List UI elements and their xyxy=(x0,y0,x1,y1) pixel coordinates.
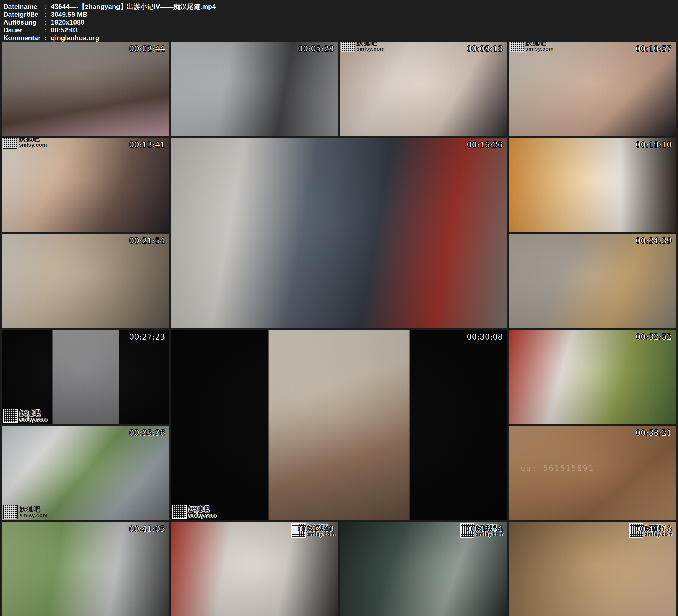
video-thumbnail: 妖狐吧smlsy.com00:08:13 xyxy=(340,42,507,136)
watermark-site-text: 妖狐吧smlsy.com xyxy=(356,42,385,52)
timestamp-overlay: 00:24:39 xyxy=(636,236,672,245)
metadata-line-duration: Dauer : 00:52:03 xyxy=(3,26,678,34)
thumbnail-grid: 00:02:4400:05:28妖狐吧smlsy.com00:08:13妖狐吧s… xyxy=(0,42,678,616)
watermark-site-url: smlsy.com xyxy=(19,417,47,422)
video-thumbnail: 00:32:52 xyxy=(509,330,676,424)
video-thumbnail: 妖狐吧smlsy.com00:49:18 xyxy=(509,522,676,616)
qr-code-icon xyxy=(173,505,186,518)
separator: : xyxy=(45,34,51,42)
timestamp-overlay: 00:35:36 xyxy=(129,429,165,437)
timestamp-overlay: 00:38:21 xyxy=(636,429,672,437)
watermark-site-url: smlsy.com xyxy=(188,513,217,518)
video-thumbnail: 妖狐吧smlsy.com00:30:08 xyxy=(171,330,507,520)
watermark-site-name: 妖狐吧 xyxy=(188,505,217,513)
watermark-site-text: 妖狐吧smlsy.com xyxy=(19,505,47,518)
video-thumbnail: 00:02:44 xyxy=(2,42,169,136)
video-thumbnail: 妖狐吧smlsy.com00:10:57 xyxy=(509,42,676,136)
timestamp-overlay: 00:05:28 xyxy=(298,44,334,53)
watermark-site-text: 妖狐吧smlsy.com xyxy=(19,138,47,148)
video-thumbnail: 00:05:28 xyxy=(171,42,338,136)
comment-label: Kommentar xyxy=(3,34,45,42)
video-thumbnail: 00:16:26 xyxy=(171,138,507,328)
watermark-site-name: 妖狐吧 xyxy=(19,409,47,417)
thumbnail-image-area xyxy=(52,330,119,424)
site-watermark: 妖狐吧smlsy.com xyxy=(341,42,385,52)
timestamp-overlay: 00:27:23 xyxy=(129,333,165,341)
timestamp-overlay: 00:46:34 xyxy=(467,525,503,533)
qr-code-icon xyxy=(341,42,354,52)
video-thumbnail: 妖狐吧smlsy.com00:46:34 xyxy=(340,522,507,616)
comment-value: qinglanhua.org xyxy=(51,34,99,42)
timestamp-overlay: 00:08:13 xyxy=(467,44,503,53)
watermark-site-text: 妖狐吧smlsy.com xyxy=(188,505,217,518)
site-watermark: 妖狐吧smlsy.com xyxy=(173,505,217,518)
video-thumbnail: 00:41:05 xyxy=(2,522,169,616)
thumbnail-image-area xyxy=(268,330,410,520)
video-thumbnail: 妖狐吧smlsy.com00:43:49 xyxy=(171,522,338,616)
timestamp-overlay: 00:02:44 xyxy=(129,44,165,53)
video-thumbnail: 00:24:39 xyxy=(509,234,676,328)
filename-label: Dateiname xyxy=(3,3,45,11)
timestamp-overlay: 00:43:49 xyxy=(298,525,334,533)
video-thumbnail: 妖狐吧smlsy.com00:13:41 xyxy=(2,138,169,232)
watermark-site-text: 妖狐吧smlsy.com xyxy=(525,42,554,52)
timestamp-overlay: 00:19:10 xyxy=(636,141,672,149)
separator: : xyxy=(45,26,51,34)
metadata-line-filesize: Dateigröße : 3049.59 MB xyxy=(3,11,678,18)
timestamp-overlay: 00:49:18 xyxy=(636,525,672,533)
watermark-site-name: 妖狐吧 xyxy=(19,138,47,142)
metadata-line-filename: Dateiname : 43644----【zhangyang】出游小记IV——… xyxy=(3,3,678,11)
watermark-site-url: smlsy.com xyxy=(19,142,47,148)
site-watermark: 妖狐吧smlsy.com xyxy=(3,138,47,148)
video-thumbnail: 妖狐吧smlsy.com00:27:23 xyxy=(2,330,169,424)
timestamp-overlay: 00:21:54 xyxy=(129,236,165,245)
timestamp-overlay: 00:41:05 xyxy=(129,525,165,533)
watermark-site-name: 妖狐吧 xyxy=(525,42,554,46)
timestamp-overlay: 00:13:41 xyxy=(129,141,165,149)
watermark-site-url: smlsy.com xyxy=(525,46,554,52)
timestamp-overlay: 00:10:57 xyxy=(636,44,672,53)
site-watermark: 妖狐吧smlsy.com xyxy=(4,505,47,518)
site-watermark: 妖狐吧smlsy.com xyxy=(510,42,554,52)
contact-overlay-text: qq: 561515091 xyxy=(521,464,594,472)
video-thumbnail: 妖狐吧smlsy.com00:35:36 xyxy=(2,426,169,520)
metadata-line-resolution: Auflösung : 1920x1080 xyxy=(3,18,678,26)
video-thumbnail: 00:21:54 xyxy=(2,234,169,328)
qr-code-icon xyxy=(4,505,17,518)
video-thumbnail: 00:19:10 xyxy=(509,138,676,232)
filesize-label: Dateigröße xyxy=(3,11,45,18)
separator: : xyxy=(45,11,51,18)
site-watermark: 妖狐吧smlsy.com xyxy=(4,409,47,422)
resolution-value: 1920x1080 xyxy=(51,18,84,26)
filename-value: 43644----【zhangyang】出游小记IV——痴汉尾随.mp4 xyxy=(51,3,216,11)
timestamp-overlay: 00:16:26 xyxy=(467,141,503,149)
separator: : xyxy=(45,3,51,11)
watermark-site-text: 妖狐吧smlsy.com xyxy=(19,409,47,422)
watermark-site-url: smlsy.com xyxy=(19,513,47,518)
filesize-value: 3049.59 MB xyxy=(51,11,87,18)
timestamp-overlay: 00:30:08 xyxy=(467,333,503,341)
watermark-site-name: 妖狐吧 xyxy=(356,42,385,46)
file-metadata-header: Dateiname : 43644----【zhangyang】出游小记IV——… xyxy=(0,0,678,42)
qr-code-icon xyxy=(510,42,524,52)
timestamp-overlay: 00:32:52 xyxy=(636,333,672,341)
metadata-line-comment: Kommentar : qinglanhua.org xyxy=(3,34,678,42)
watermark-site-url: smlsy.com xyxy=(356,46,385,52)
qr-code-icon xyxy=(3,138,17,148)
resolution-label: Auflösung xyxy=(3,18,45,26)
duration-label: Dauer xyxy=(3,26,45,34)
watermark-site-name: 妖狐吧 xyxy=(19,505,47,513)
qr-code-icon xyxy=(4,409,17,422)
video-thumbnail: qq: 56151509100:38:21 xyxy=(509,426,676,520)
separator: : xyxy=(45,18,51,26)
duration-value: 00:52:03 xyxy=(51,26,78,34)
